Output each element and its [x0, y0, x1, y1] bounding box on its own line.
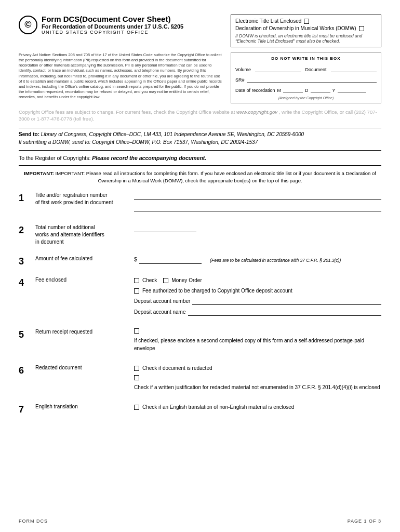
sr-label: SR# — [235, 77, 245, 83]
header-left: © Form DCS(Document Cover Sheet) For Rec… — [19, 15, 222, 35]
do-not-write-title: Do Not Write in This Box — [235, 56, 377, 61]
form-title-text: Form DCS(Document Cover Sheet) For Recor… — [42, 15, 183, 35]
field-label-6: Redacted document — [35, 364, 129, 371]
header-right-box: Electronic Title List Enclosed Declarati… — [231, 15, 381, 47]
field-1-line1[interactable] — [134, 192, 381, 200]
divider-3 — [19, 165, 381, 166]
form-subtitle3: United States Copyright Office — [42, 30, 183, 35]
divider-2 — [19, 150, 381, 151]
field-1-line2[interactable] — [134, 203, 381, 211]
field-label-7: English translation — [35, 403, 129, 410]
header-section: © Form DCS(Document Cover Sheet) For Rec… — [19, 15, 381, 47]
send-to-domw: If submitting a DOMW, send to: Copyright… — [19, 139, 258, 145]
field-content-5: If checked, please enclose a second comp… — [134, 328, 381, 355]
field-row-3: 3 Amount of fee calculated $ (Fees are t… — [19, 255, 381, 267]
return-receipt-checkbox[interactable] — [134, 328, 139, 334]
field-number-7: 7 — [19, 404, 30, 415]
divider-1 — [19, 128, 381, 128]
deposit-number-input[interactable] — [192, 297, 381, 305]
deposit-name-row: Deposit account name — [134, 308, 381, 316]
footer-page-info: Page 1 of 3 — [348, 518, 381, 524]
domw-label: Declaration of Ownership in Musical Work… — [235, 25, 356, 31]
check-checkbox[interactable] — [134, 278, 139, 283]
deposit-number-row: Deposit account number — [134, 297, 381, 305]
form-title-block: © Form DCS(Document Cover Sheet) For Rec… — [19, 15, 222, 35]
electronic-title-checkbox[interactable] — [304, 19, 309, 24]
d-label: D — [305, 88, 309, 93]
field-label-3: Amount of fee calculated — [35, 255, 129, 262]
deposit-name-input[interactable] — [188, 308, 381, 316]
sr-row: SR# — [235, 75, 377, 83]
field-number-4: 4 — [19, 277, 30, 288]
to-register-prefix: To the Register of Copyrights: — [19, 155, 90, 161]
y-line — [338, 86, 366, 93]
field-label-2: Total number of additionalworks and alte… — [35, 224, 129, 246]
privacy-section: Privacy Act Notice: Sections 205 and 705… — [19, 52, 381, 103]
domw-checkbox[interactable] — [359, 26, 364, 31]
important-notice: IMPORTANT: IMPORTANT: Please read all in… — [19, 170, 381, 185]
field-number-2: 2 — [19, 225, 30, 236]
redacted-check2-row: Check if a written justification for red… — [134, 375, 381, 391]
volume-document-row: Volume Document — [235, 65, 377, 72]
domw-row: Declaration of Ownership in Musical Work… — [235, 25, 377, 31]
field-row-7: 7 English translation Check if an Englis… — [19, 403, 381, 415]
field-label-5: Return receipt requested — [35, 328, 129, 336]
document-line — [331, 65, 377, 72]
fees-notice: Copyright Office fees are subject to cha… — [19, 109, 381, 123]
footer-form-name: Form DCS — [19, 518, 48, 524]
y-label: Y — [332, 88, 336, 93]
volume-label: Volume — [235, 67, 251, 72]
field-row-1: 1 Title and/or registration numberof fir… — [19, 192, 381, 215]
form-subtitle: (Document Cover Sheet) — [79, 15, 170, 23]
field-content-3: $ (Fees are to be calculated in accordan… — [134, 255, 381, 264]
money-order-label: Money Order — [171, 276, 202, 284]
deposit-auth-checkbox[interactable] — [134, 288, 139, 294]
field-row-2: 2 Total number of additionalworks and al… — [19, 224, 381, 246]
field-number-1: 1 — [19, 193, 30, 204]
fee-note: (Fees are to be calculated in accordance… — [210, 257, 341, 264]
redacted-check1-checkbox[interactable] — [134, 366, 139, 371]
translation-label: Check if an English translation of non-E… — [142, 403, 294, 411]
electronic-title-label: Electronic Title List Enclosed — [235, 18, 301, 24]
form-fields: 1 Title and/or registration numberof fir… — [19, 192, 381, 415]
copyright-website[interactable]: www.copyright.gov — [236, 109, 277, 115]
electronic-title-row: Electronic Title List Enclosed — [235, 18, 377, 24]
field-2-line[interactable] — [134, 224, 196, 232]
send-to-label: Send to: — [19, 131, 39, 137]
deposit-number-label: Deposit account number — [134, 297, 190, 305]
form-name: Form DCS — [42, 15, 79, 23]
field-content-4: Check Money Order Fee authorized to be c… — [134, 276, 381, 319]
do-not-write-box: Do Not Write in This Box Volume Document… — [231, 52, 381, 103]
field-content-2 — [134, 224, 381, 234]
volume-line — [255, 65, 301, 72]
redacted-check1-label: Check if document is redacted — [142, 364, 212, 372]
fee-amount-row: $ (Fees are to be calculated in accordan… — [134, 255, 381, 264]
money-order-checkbox[interactable] — [163, 278, 168, 283]
redacted-check2-checkbox[interactable] — [134, 375, 139, 380]
deposit-account-auth-row: Fee authorized to be charged to Copyrigh… — [134, 287, 381, 295]
date-row: Date of recordation M D Y — [235, 86, 377, 93]
d-line — [311, 86, 330, 93]
deposit-name-label: Deposit account name — [134, 308, 186, 316]
redacted-check2-label: Check if a written justification for red… — [134, 383, 380, 391]
field-content-6: Check if document is redacted Check if a… — [134, 364, 381, 394]
check-label: Check — [142, 276, 157, 284]
document-label: Document — [305, 67, 327, 72]
to-register-text: Please record the accompanying document. — [92, 155, 206, 161]
field-row-6: 6 Redacted document Check if document is… — [19, 364, 381, 394]
field-number-5: 5 — [19, 329, 30, 340]
assigned-label: (Assigned by the Copyright Office) — [235, 96, 377, 100]
field-number-6: 6 — [19, 365, 30, 376]
page-footer: Form DCS Page 1 of 3 — [19, 518, 381, 524]
m-line — [283, 86, 303, 93]
copyright-logo: © — [19, 16, 37, 34]
translation-checkbox[interactable] — [134, 405, 139, 410]
send-to-address1: Library of Congress, Copyright Office–DO… — [41, 131, 304, 137]
field-label-1: Title and/or registration numberof first… — [35, 192, 129, 206]
send-to-section: Send to: Library of Congress, Copyright … — [19, 130, 381, 146]
field-row-5: 5 Return receipt requested If checked, p… — [19, 328, 381, 355]
to-register: To the Register of Copyrights: Please re… — [19, 155, 381, 161]
deposit-auth-label: Fee authorized to be charged to Copyrigh… — [142, 287, 292, 295]
fee-amount-input[interactable] — [139, 256, 202, 264]
field-content-1 — [134, 192, 381, 215]
